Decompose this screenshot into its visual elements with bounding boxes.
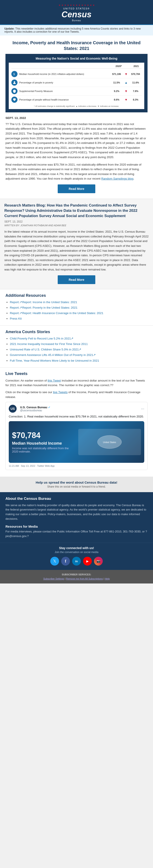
social-icons-row: 𝕏 f in ▶ 📷 [4,557,149,565]
row-val-spm-2021: 7.8% [129,90,142,92]
footer-section: SUBSCRIBER SERVICES: Subscriber Settings… [0,570,153,583]
subscriber-settings-link[interactable]: Subscriber Settings [43,577,64,580]
list-item: Report:↗Report: Income in the United Sta… [10,300,148,305]
infographic-header: 2020* 2021 [11,65,142,68]
infographic-footer: * All estimates change is statistically … [11,105,142,107]
star-4: ★ [67,4,69,6]
star-7: ★ [76,4,78,6]
blog-body: In the latest release of its annual inco… [4,229,149,272]
svg-text:United States: United States [103,441,116,443]
arrow-income: ▼ [124,72,128,76]
additional-resources-heading: Additional Resources [0,289,153,300]
bureau-name: United States® [4,7,149,10]
section-income-poverty: Income, Poverty and Health Insurance Cov… [0,35,153,193]
section1-date: SEPT. 13, 2022 [5,116,148,121]
star-2: ★ [62,4,63,6]
counts-link-5[interactable]: Full-Time, Year-Round Workers More Likel… [10,359,99,362]
facebook-icon[interactable]: f [61,557,70,565]
star-11: ★ [87,4,89,6]
help-link[interactable]: Help [105,577,110,580]
tweet-map-area: United States [78,429,141,455]
social-sub: Join the conversation on social media [4,551,149,554]
counts-link-3[interactable]: Uninsured Rate of U.S. Children Share 5.… [10,348,81,351]
star-13: ★ [93,4,94,6]
resources-for-media-title: Resources for Media [5,525,148,528]
update-bar: Update: This newsletter includes additio… [0,24,153,35]
correction-link[interactable]: this Tweet [48,379,61,382]
live-tweets-link[interactable]: live Tweets [53,391,68,394]
section1-title: Income, Poverty and Health Insurance Cov… [5,35,148,54]
tweet-sub-label: Income was not statistically different f… [12,446,75,453]
list-item: Uninsured Rate of U.S. Children Share 5.… [10,347,148,352]
star-10: ★ [84,4,86,6]
update-label: Update: [4,27,15,30]
row-label-poverty: Percentage of people in poverty [19,81,109,84]
arrow-spm: ▼ [124,89,128,93]
tweet-avatar: US [9,405,16,413]
counts-link-2[interactable]: 2021 Income Inequality Increased for Fir… [10,342,88,346]
youtube-icon[interactable]: ▶ [83,557,92,565]
counts-list: Child Poverty Fell to Record Low 5.2% in… [4,336,153,367]
tweet-card: US U.S. Census Bureau ✓ @uscensusbureau … [5,402,148,470]
social-title: Stay connected with us! [4,546,149,550]
tweet-handle: @uscensusbureau [20,409,50,412]
random-samplings-link[interactable]: Random Samplings blog [101,177,133,180]
linkedin-icon[interactable]: in [72,557,81,565]
resource-link-1[interactable]: Report:↗Report: Income in the United Sta… [10,301,77,304]
health-icon [11,97,17,103]
row-val-income-2021: $70,784 [129,73,142,75]
star-1: ★ [59,4,61,6]
arrow-uninsured: ▼ [124,98,128,101]
row-val-spm-2020: 9.2% [111,90,123,92]
correction-text: Correction: An earlier version of this T… [5,378,148,388]
shield-icon [11,88,17,94]
live-tweets-section: Live Tweets Correction: An earlier versi… [0,368,153,474]
about-title: About the Census Bureau [5,497,148,501]
section2-read-more-button[interactable]: Read More [58,275,95,284]
remove-subscriptions-link[interactable]: Remove me from All Subscriptions [66,577,103,580]
infographic-row-spm: Supplemental Poverty Measure 9.2% ▼ 7.8% [11,87,142,95]
email-wrapper: ★ ★ ★ ★ ★ ★ ★ ★ ★ ★ ★ ★ ★ United States®… [0,0,153,584]
counts-link-4[interactable]: Government Assistance Lifts 45.4 Million… [10,353,96,356]
row-label-income: Median household income (in 2021 inflati… [19,72,109,75]
svg-text:$: $ [13,73,15,76]
list-item: Press Kit [10,316,148,321]
tweet-timestamp: 11:21 AM · Sep 13, 2022 · Twitter Web Ap… [9,465,144,467]
resource-link-3[interactable]: Report:↗Report: Health Insurance Coverag… [10,311,103,315]
press-kit-link[interactable]: Press Kit [10,317,22,320]
list-item: Full-Time, Year-Round Workers More Likel… [10,359,148,363]
instagram-icon[interactable]: 📷 [94,557,103,565]
section1-read-more-button[interactable]: Read More [58,184,95,193]
list-item: 2021 Income Inequality Increased for Fir… [10,342,148,346]
footer-text: SUBSCRIBER SERVICES: Subscriber Settings… [4,572,149,581]
click-pre: Click on the image below to see our [5,391,53,394]
tweet-avatar-area: US U.S. Census Bureau ✓ @uscensusbureau [9,405,50,413]
row-val-uninsured-2021: 8.3% [129,98,142,101]
section1-body2-post: . [133,177,134,180]
col-2020: 2020* [113,65,124,67]
twitter-icon[interactable]: 𝕏 [50,557,59,565]
list-item: Report:↗Report: Health Insurance Coverag… [10,311,148,315]
star-9: ★ [81,4,83,6]
about-section: About the Census Bureau We serve as the … [0,492,153,543]
section1-body1: ?? The U.S. Census Bureau announced toda… [5,122,148,160]
subscriber-label: SUBSCRIBER SERVICES: [62,573,91,576]
star-3: ★ [64,4,66,6]
star-5: ★ [70,4,72,6]
tweet-image[interactable]: $70,784 Median Household Income Income w… [9,421,144,463]
resource-link-2[interactable]: Report:↗Report: Poverty in the United St… [10,306,77,309]
star-12: ★ [90,4,92,6]
spread-title: Help us spread the word about Census Bur… [4,480,149,484]
list-item: Government Assistance Lifts 45.4 Million… [10,353,148,357]
row-val-poverty-2021: 11.6% [129,81,142,84]
tweet-header: US U.S. Census Bureau ✓ @uscensusbureau … [9,405,144,413]
tweet-more-icon[interactable]: ··· [141,406,144,411]
col-2021: 2021 [131,65,142,67]
infographic-inner: 2020* 2021 $ Median household income (in… [9,63,144,109]
dollar-icon: $ [11,71,17,77]
about-body: We serve as the nation's leading provide… [5,503,148,521]
counts-link-1[interactable]: Child Poverty Fell to Record Low 5.2% in… [10,337,73,340]
tweet-big-number: $70,784 [12,431,75,440]
infographic-box: Measuring the Nation's Social and Econom… [5,54,148,112]
stars-row: ★ ★ ★ ★ ★ ★ ★ ★ ★ ★ ★ ★ ★ [4,4,149,6]
